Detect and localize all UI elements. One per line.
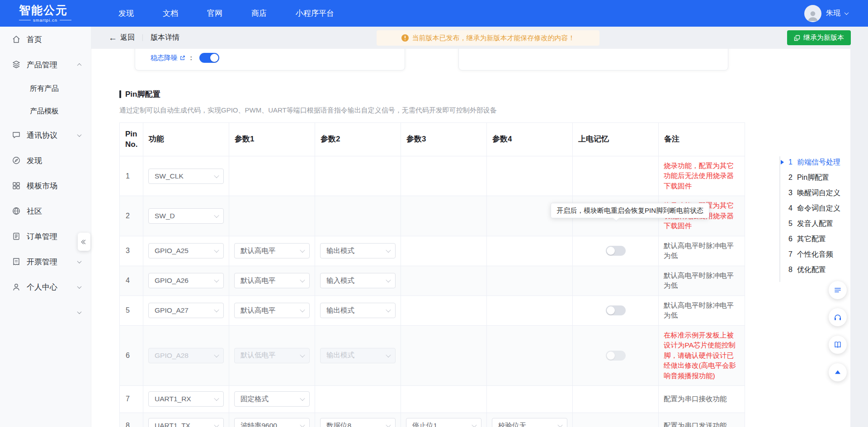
fab-headset[interactable] xyxy=(829,308,847,326)
nav-item-4[interactable]: 商店 xyxy=(243,0,275,27)
inherit-version-button[interactable]: 继承为新版本 xyxy=(787,30,851,45)
pin-row-8: 8UART1_TX波特率9600数据位8停止位1校验位无配置为串口发送功能 xyxy=(120,413,745,427)
home-icon xyxy=(12,35,21,44)
sidebar-item-label: 通讯协议 xyxy=(27,130,57,141)
pin-number: 4 xyxy=(120,266,143,296)
nav-item-2[interactable]: 文档 xyxy=(155,0,186,27)
nav-item-3[interactable]: 官网 xyxy=(199,0,231,27)
function-select[interactable]: GPIO_A28 xyxy=(148,348,224,363)
pin-row-6: 6GPIO_A28默认低电平输出模式在标准示例开发板上被设计为PA芯片使能控制脚… xyxy=(120,325,745,385)
tooltip-text: 开启后，模块断电重启会恢复PIN脚到断电前状态 xyxy=(557,206,703,215)
anchor-nav: 1前端信号处理2Pin脚配置3唤醒词自定义4命令词自定义5发音人配置6其它配置7… xyxy=(779,155,840,282)
param1-select[interactable]: 默认高电平 xyxy=(234,273,310,288)
function-select[interactable]: GPIO_A25 xyxy=(148,243,224,258)
sidebar-item-protocol[interactable]: 通讯协议 xyxy=(0,122,91,148)
back-label: 返回 xyxy=(120,33,135,42)
section-title: Pin脚配置 xyxy=(125,89,160,99)
pin-row-4: 4GPIO_A26默认高电平输入模式默认高电平时脉冲电平为低 xyxy=(120,266,745,296)
anchor-item-2[interactable]: 2Pin脚配置 xyxy=(788,170,840,185)
grid-icon xyxy=(12,181,21,190)
page-title: 版本详情 xyxy=(151,33,179,42)
note-text: 在标准示例开发板上被设计为PA芯片使能控制脚，请确认硬件设计已经做出修改(高电平… xyxy=(659,325,745,385)
anchor-item-3[interactable]: 3唤醒词自定义 xyxy=(788,185,840,201)
chevron-down-icon xyxy=(214,352,219,357)
nav-item-5[interactable]: 小程序平台 xyxy=(288,0,342,27)
sidebar-item-order[interactable]: 订单管理 xyxy=(0,224,91,249)
function-select[interactable]: UART1_TX xyxy=(148,418,224,427)
column-header: Pin No. xyxy=(120,123,143,156)
note-text: 默认高电平时脉冲电平为低 xyxy=(659,236,745,266)
param3-select[interactable]: 停止位1 xyxy=(406,418,481,427)
section-header: Pin脚配置 xyxy=(119,89,160,99)
sidebar-subitem[interactable]: 产品模板 xyxy=(0,100,91,122)
logo[interactable]: 智能公元 smartpi.cn xyxy=(0,4,91,22)
param1-select[interactable]: 波特率9600 xyxy=(234,418,310,427)
memory-tooltip: 开启后，模块断电重启会恢复PIN脚到断电前状态 xyxy=(551,203,709,218)
fab-back-to-top[interactable] xyxy=(829,363,847,381)
anchor-track xyxy=(779,156,780,282)
inherit-button-label: 继承为新版本 xyxy=(803,33,844,42)
chat-bubble-icon xyxy=(12,131,21,140)
user-area[interactable]: 朱琨 xyxy=(804,5,868,22)
param1-select[interactable]: 默认高电平 xyxy=(234,303,310,318)
function-select[interactable]: GPIO_A27 xyxy=(148,303,224,318)
noise-link[interactable]: 稳态降噪 xyxy=(151,54,185,62)
column-header: 参数4 xyxy=(487,123,573,156)
avatar[interactable] xyxy=(804,5,821,22)
anchor-item-4[interactable]: 4命令词自定义 xyxy=(788,201,840,216)
param1-select[interactable]: 默认低电平 xyxy=(234,348,310,363)
sidebar-item-home[interactable]: 首页 xyxy=(0,27,91,52)
header-divider xyxy=(142,34,143,41)
function-select[interactable]: GPIO_A26 xyxy=(148,273,224,288)
sidebar-item-label: 首页 xyxy=(27,34,42,45)
power-memory-toggle[interactable] xyxy=(606,351,626,361)
sidebar-item-product[interactable]: 产品管理 xyxy=(0,52,91,77)
function-select[interactable]: SW_CLK xyxy=(148,169,224,184)
sidebar-item-community[interactable]: 社区 xyxy=(0,198,91,224)
person-icon xyxy=(12,282,21,291)
anchor-item-7[interactable]: 7个性化音频 xyxy=(788,247,840,262)
sidebar-item-profile[interactable]: 个人中心 xyxy=(0,274,91,300)
fab-menu-lines[interactable] xyxy=(829,281,847,299)
function-select[interactable]: SW_D xyxy=(148,208,224,224)
chevron-down-icon xyxy=(300,248,305,253)
power-memory-toggle[interactable] xyxy=(606,305,626,315)
anchor-item-8[interactable]: 8优化配置 xyxy=(788,262,840,277)
anchor-number: 4 xyxy=(788,204,793,212)
sidebar-item-label: 订单管理 xyxy=(27,231,57,242)
param2-select[interactable]: 数据位8 xyxy=(320,418,396,427)
back-to-top-icon xyxy=(833,368,842,377)
function-select[interactable]: UART1_RX xyxy=(148,391,224,407)
nav-item-1[interactable]: 发现 xyxy=(110,0,142,27)
power-memory-toggle[interactable] xyxy=(606,246,626,256)
anchor-label: 命令词自定义 xyxy=(797,204,840,213)
anchor-item-1[interactable]: 1前端信号处理 xyxy=(788,155,840,170)
sidebar-subitem[interactable]: 所有产品 xyxy=(0,77,91,100)
fab-open-book[interactable] xyxy=(829,336,847,354)
back-button[interactable]: ← 返回 xyxy=(108,33,135,42)
param2-select[interactable]: 输出模式 xyxy=(320,348,396,363)
chevron-down-icon xyxy=(77,132,82,137)
anchor-item-6[interactable]: 6其它配置 xyxy=(788,231,840,247)
pin-row-7: 7UART1_RX固定格式配置为串口接收功能 xyxy=(120,385,745,413)
param2-select[interactable]: 输出模式 xyxy=(320,303,396,318)
param2-select[interactable]: 输出模式 xyxy=(320,243,396,258)
sidebar-item-label: 社区 xyxy=(27,206,42,216)
sidebar-item-market[interactable]: 模板市场 xyxy=(0,173,91,198)
pin-row-1: 1SW_CLK烧录功能，配置为其它功能后无法使用烧录器下载固件 xyxy=(120,156,745,196)
chevron-down-icon xyxy=(300,307,305,312)
sidebar-item-discover[interactable]: 发现 xyxy=(0,148,91,173)
param1-select[interactable]: 默认高电平 xyxy=(234,243,310,258)
param2-select[interactable]: 输入模式 xyxy=(320,273,396,288)
note-text: 默认高电平时脉冲电平为低 xyxy=(659,266,745,296)
param1-select[interactable]: 固定格式 xyxy=(234,391,310,407)
sidebar-collapse-button[interactable] xyxy=(78,233,90,251)
sidebar-item-invoice[interactable]: 开票管理 xyxy=(0,249,91,274)
active-anchor-marker-icon xyxy=(781,160,784,164)
noise-toggle[interactable] xyxy=(199,53,219,63)
sidebar-item-more[interactable] xyxy=(0,300,91,325)
copy-icon xyxy=(794,35,800,41)
anchor-item-5[interactable]: 5发音人配置 xyxy=(788,216,840,231)
section-marker-bar xyxy=(119,90,121,98)
param4-select[interactable]: 校验位无 xyxy=(492,418,567,427)
